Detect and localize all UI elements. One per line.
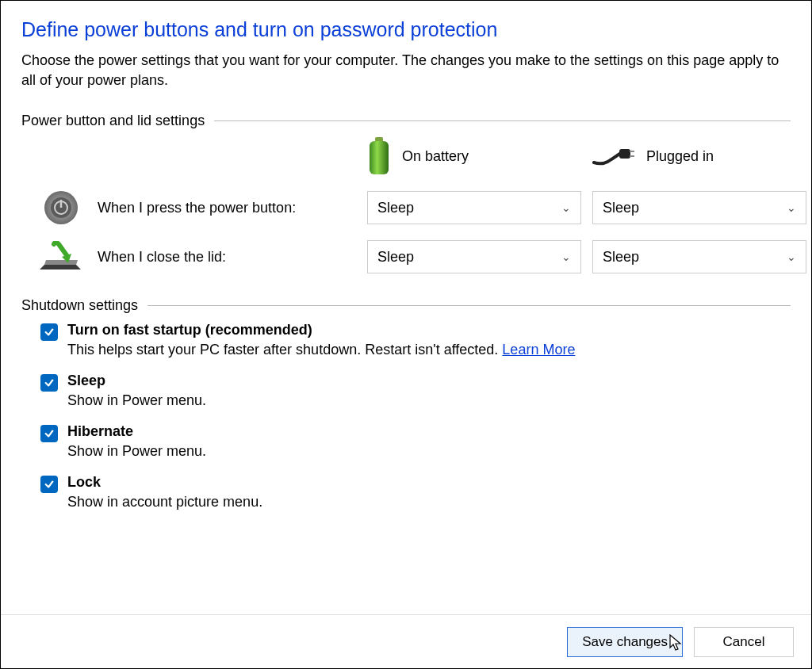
save-changes-label: Save changes (582, 634, 668, 650)
svg-rect-1 (370, 141, 389, 174)
checkbox-fast-startup-row: Turn on fast startup (recommended) This … (40, 322, 791, 358)
fast-startup-title: Turn on fast startup (recommended) (67, 322, 575, 338)
close-lid-icon (39, 241, 83, 273)
checkbox-hibernate[interactable] (40, 425, 58, 442)
select-power-plugged-value: Sleep (603, 200, 639, 216)
divider (147, 305, 791, 306)
section-shutdown: Shutdown settings (21, 297, 791, 314)
checkbox-fast-startup[interactable] (40, 323, 58, 341)
svg-rect-3 (630, 151, 634, 152)
column-header-plugged: Plugged in (592, 145, 806, 167)
svg-rect-2 (619, 149, 630, 159)
section-shutdown-label: Shutdown settings (21, 297, 138, 314)
plug-icon (592, 145, 635, 167)
hibernate-title: Hibernate (67, 423, 206, 440)
column-header-plugged-label: Plugged in (646, 148, 714, 165)
row-power-button: When I press the power button: (39, 189, 356, 226)
power-options-window: Define power buttons and turn on passwor… (0, 0, 812, 669)
column-header-battery: On battery (367, 137, 581, 175)
divider (214, 120, 791, 121)
chevron-down-icon: ⌄ (787, 250, 796, 263)
section-power-lid: Power button and lid settings (21, 113, 791, 129)
chevron-down-icon: ⌄ (787, 201, 796, 214)
battery-icon (367, 137, 391, 175)
select-lid-plugged-value: Sleep (603, 249, 639, 266)
column-header-battery-label: On battery (402, 148, 469, 165)
page-subtitle: Choose the power settings that you want … (21, 51, 783, 90)
learn-more-link[interactable]: Learn More (502, 342, 575, 357)
checkbox-hibernate-row: Hibernate Show in Power menu. (40, 423, 791, 460)
select-lid-battery[interactable]: Sleep ⌄ (367, 240, 581, 273)
hibernate-desc: Show in Power menu. (67, 443, 206, 460)
checkbox-lock[interactable] (40, 476, 58, 493)
select-lid-battery-value: Sleep (377, 249, 414, 266)
chevron-down-icon: ⌄ (561, 250, 571, 263)
row-close-lid-label: When I close the lid: (98, 249, 226, 266)
sleep-title: Sleep (67, 373, 206, 389)
power-button-icon (39, 189, 83, 226)
svg-rect-4 (630, 155, 634, 157)
sleep-desc: Show in Power menu. (67, 392, 206, 409)
chevron-down-icon: ⌄ (561, 201, 571, 214)
select-power-battery-value: Sleep (377, 200, 414, 216)
lock-desc: Show in account picture menu. (67, 494, 262, 510)
select-power-battery[interactable]: Sleep ⌄ (367, 191, 581, 224)
cancel-label: Cancel (723, 634, 765, 650)
row-close-lid: When I close the lid: (39, 241, 356, 273)
select-power-plugged[interactable]: Sleep ⌄ (592, 191, 806, 224)
lock-title: Lock (67, 474, 262, 491)
shutdown-list: Turn on fast startup (recommended) This … (40, 322, 791, 510)
save-changes-button[interactable]: Save changes (567, 627, 683, 657)
checkbox-lock-row: Lock Show in account picture menu. (40, 474, 791, 510)
checkbox-sleep[interactable] (40, 374, 58, 392)
checkbox-sleep-row: Sleep Show in Power menu. (40, 373, 791, 409)
select-lid-plugged[interactable]: Sleep ⌄ (592, 240, 806, 273)
page-title: Define power buttons and turn on passwor… (21, 18, 791, 41)
row-power-button-label: When I press the power button: (98, 200, 296, 216)
footer: Save changes Cancel (1, 614, 811, 668)
section-power-lid-label: Power button and lid settings (21, 113, 205, 129)
fast-startup-desc: This helps start your PC faster after sh… (67, 342, 575, 358)
cancel-button[interactable]: Cancel (694, 627, 794, 657)
power-lid-grid: On battery Plugged in (39, 137, 791, 273)
